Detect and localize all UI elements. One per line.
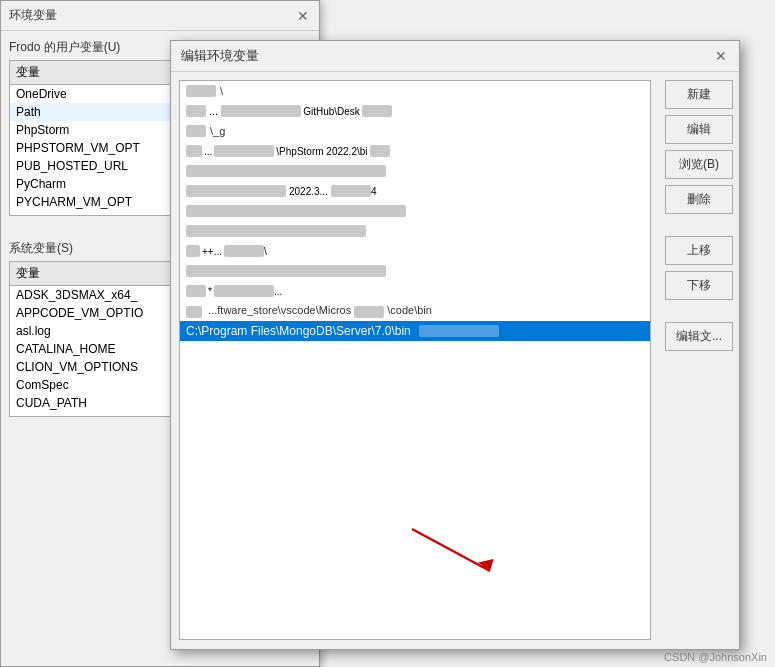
blurred-path-11a — [186, 285, 206, 297]
blurred-path-7 — [186, 205, 406, 217]
blurred-path-10 — [186, 265, 386, 277]
blurred-path-4a — [186, 145, 202, 157]
mongodb-path-text: C:\Program Files\MongoDB\Server\7.0\bin — [186, 324, 411, 338]
blurred-path-9a — [186, 245, 200, 257]
edit-text-button[interactable]: 编辑文... — [665, 322, 733, 351]
inner-edit-dialog: 编辑环境变量 ✕ \ ... GitHub\Desk — [170, 40, 740, 650]
path-list-area: \ ... GitHub\Desk \_g ... \Php — [171, 72, 659, 648]
path-list-container[interactable]: \ ... GitHub\Desk \_g ... \Php — [179, 80, 651, 640]
edit-button[interactable]: 编辑 — [665, 115, 733, 144]
blurred-path-1 — [186, 85, 216, 97]
blurred-path-6b — [331, 185, 371, 197]
path-item-7[interactable] — [180, 201, 650, 221]
path-item-mongodb[interactable]: C:\Program Files\MongoDB\Server\7.0\bin — [180, 321, 650, 341]
delete-button[interactable]: 删除 — [665, 185, 733, 214]
blurred-path-8 — [186, 225, 366, 237]
path-item-vscode[interactable]: ...ftware_store\vscode\Micros \code\bin — [180, 301, 650, 321]
browse-button[interactable]: 浏览(B) — [665, 150, 733, 179]
path-item-10[interactable] — [180, 261, 650, 281]
path-item-2[interactable]: ... GitHub\Desk — [180, 101, 650, 121]
watermark: CSDN @JohnsonXin — [664, 651, 767, 663]
blurred-path-4c — [370, 145, 390, 157]
path-item-5[interactable] — [180, 161, 650, 181]
path-item-11[interactable]: * ... — [180, 281, 650, 301]
blurred-path-2a — [186, 105, 206, 117]
outer-dialog-title: 环境变量 — [9, 7, 57, 24]
blurred-path-4b — [214, 145, 274, 157]
blurred-path-3a — [186, 125, 206, 137]
path-item-3[interactable]: \_g — [180, 121, 650, 141]
outer-close-button[interactable]: ✕ — [295, 8, 311, 24]
path-item-1[interactable]: \ — [180, 81, 650, 101]
blurred-path-6a — [186, 185, 286, 197]
outer-title-bar: 环境变量 ✕ — [1, 1, 319, 31]
blurred-path-5 — [186, 165, 386, 177]
path-item-9[interactable]: ++... \ — [180, 241, 650, 261]
move-down-button[interactable]: 下移 — [665, 271, 733, 300]
path-item-8[interactable] — [180, 221, 650, 241]
new-button[interactable]: 新建 — [665, 80, 733, 109]
inner-dialog-title: 编辑环境变量 — [181, 47, 259, 65]
blurred-path-2c — [362, 105, 392, 117]
blurred-path-9b — [224, 245, 264, 257]
vscode-path-text: ...ftware_store\vscode\Micros \code\bin — [186, 304, 432, 317]
move-up-button[interactable]: 上移 — [665, 236, 733, 265]
inner-content-area: \ ... GitHub\Desk \_g ... \Php — [171, 72, 739, 648]
path-item-4[interactable]: ... \PhpStorm 2022.2\bi — [180, 141, 650, 161]
button-panel: 新建 编辑 浏览(B) 删除 上移 下移 编辑文... — [659, 72, 739, 648]
inner-close-button[interactable]: ✕ — [713, 48, 729, 64]
blurred-path-11b — [214, 285, 274, 297]
path-item-6[interactable]: 2022.3... 4 — [180, 181, 650, 201]
inner-title-bar: 编辑环境变量 ✕ — [171, 41, 739, 72]
blurred-path-2b — [221, 105, 301, 117]
